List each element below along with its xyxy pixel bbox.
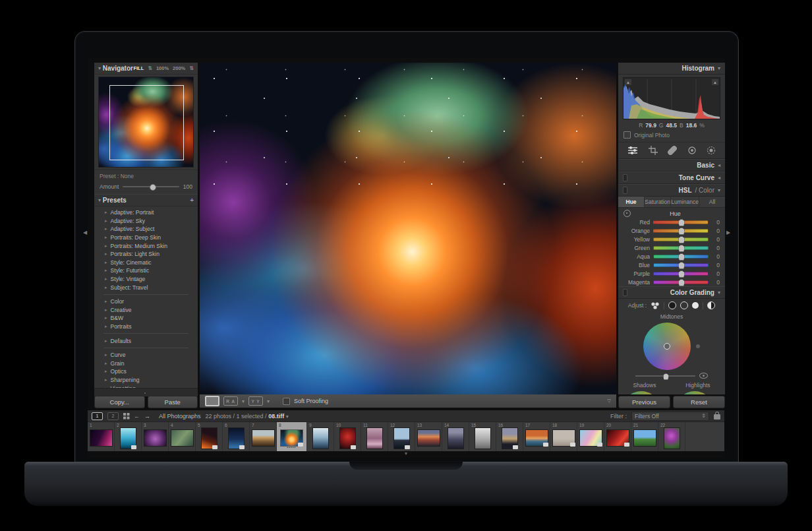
zoom-200-button[interactable]: 200% [173,65,185,71]
hsl-slider-knob[interactable] [678,245,685,252]
filmstrip-thumbnail[interactable]: 2 [115,422,142,451]
preset-item[interactable]: ▸B&W [94,314,198,323]
thumbnail-image[interactable] [664,428,680,449]
thumbnail-image[interactable] [394,428,409,449]
filmstrip-thumbnail[interactable]: 8 ••••• [277,422,307,451]
shadows-wheel-icon[interactable] [668,301,676,309]
histogram-header[interactable]: Histogram ▾ [618,63,725,75]
tab-all[interactable]: All [699,197,725,207]
hsl-slider-knob[interactable] [678,236,685,243]
toolbar-options-icon[interactable]: ▽ [608,398,611,404]
thumbnail-image[interactable] [580,430,602,446]
thumbnail-image[interactable] [634,430,656,446]
filmstrip-thumbnail[interactable]: 16 [496,422,523,451]
target-adjustment-icon[interactable] [624,210,631,217]
paste-button[interactable]: Paste [148,396,198,408]
panel-toggle[interactable] [623,174,627,181]
reference-view-icon[interactable]: R A [223,396,238,406]
selection-status[interactable]: 22 photos / 1 selected / 08.tiff ▾ [206,413,289,420]
preset-item[interactable]: ▸Portraits: Light Skin [94,250,198,259]
navigator-preview[interactable] [98,77,194,168]
preset-item[interactable]: ▸Adaptive: Sky [94,217,198,226]
filmstrip-thumbnail[interactable]: 13 [415,422,442,451]
midtones-luminance-slider[interactable] [635,375,695,377]
highlights-color-wheel[interactable] [676,391,714,394]
hsl-color-header[interactable]: HSL / Color ▾ [618,184,725,197]
zoom-100-button[interactable]: 100% [156,65,169,71]
caret-down-icon[interactable]: ▾ [242,398,245,404]
thumbnail-image[interactable] [526,430,548,446]
thumbnail-image[interactable] [448,428,463,449]
filmstrip-thumbnail[interactable]: 15 [469,422,496,451]
updown-icon[interactable]: ⇅ [189,65,194,71]
panel-toggle[interactable] [623,187,627,194]
histogram-chart[interactable]: ▲ ▲ [623,77,720,119]
amount-slider-knob[interactable] [150,184,156,191]
thumbnail-image[interactable] [475,428,490,449]
preset-item[interactable]: ▸Optics [94,367,198,376]
preset-item[interactable]: ▸Curve [94,351,198,359]
main-window-button[interactable]: 1 [92,412,103,420]
filmstrip-thumbnail[interactable]: 18 [550,422,577,451]
wheel-swatch[interactable] [696,344,700,348]
thumbnail-image[interactable] [313,428,328,449]
preset-item[interactable]: ▸Defaults [94,336,198,345]
amount-slider[interactable] [123,186,179,187]
hsl-slider-track[interactable] [653,220,709,224]
red-eye-tool-icon[interactable] [687,146,697,155]
filmstrip-thumbnail[interactable]: 21 [631,422,658,451]
navigator-header[interactable]: ▾ Navigator FILL ⇅ 100% 200% ⇅ [94,63,198,75]
preset-item[interactable]: ▸Style: Vintage [94,275,198,284]
filmstrip-thumbnail[interactable]: 22 [658,422,685,451]
thumbnail-image[interactable] [607,430,629,446]
source-indicator[interactable]: All Photographs [159,413,201,420]
wheel-center-handle[interactable] [664,343,670,350]
thumbnail-image[interactable] [202,428,217,449]
filmstrip-collapse-icon[interactable]: ▼ [88,451,724,456]
three-way-wheel-icon[interactable] [651,301,660,309]
tab-saturation[interactable]: Saturation [645,197,671,207]
updown-icon[interactable]: ⇅ [148,65,152,71]
filmstrip-thumbnail[interactable]: 1 [88,422,115,451]
thumbnail-image[interactable] [418,430,440,446]
panel-toggle[interactable] [623,289,627,296]
tab-hue[interactable]: Hue [618,197,645,207]
filmstrip-thumbnail[interactable]: 9 [307,422,334,451]
presets-header[interactable]: ▾ Presets + [94,194,198,206]
preset-item[interactable]: ▸Grain [94,359,198,368]
forward-arrow-icon[interactable]: → [144,413,150,420]
hsl-slider-knob[interactable] [678,270,685,278]
global-wheel-icon[interactable] [707,301,715,309]
zoom-fit-button[interactable]: FILL [133,65,144,71]
edit-tool-icon[interactable] [627,146,638,155]
hsl-slider-track[interactable] [653,263,709,267]
left-panel-collapse-icon[interactable]: ◀ [83,230,87,235]
filter-dropdown[interactable]: Filters Off ⇕ [631,412,709,421]
midtones-wheel-icon[interactable] [680,301,688,309]
filmstrip-thumbnail[interactable]: 3 [142,422,169,451]
midtones-color-wheel[interactable] [643,323,691,370]
highlights-wheel-icon[interactable] [692,302,699,309]
before-after-view-icon[interactable]: Y Y [248,396,263,406]
thumbnail-image[interactable] [252,430,274,446]
color-grading-header[interactable]: Color Grading ▾ [618,286,725,299]
healing-tool-icon[interactable] [668,146,677,155]
thumbnail-image[interactable] [340,428,355,449]
thumbnail-image[interactable] [502,428,517,449]
thumbnail-image[interactable] [553,430,575,446]
thumbnail-image[interactable] [171,430,193,446]
crop-tool-icon[interactable] [649,146,658,155]
thumbnail-image[interactable] [367,428,382,449]
hsl-slider-knob[interactable] [678,279,685,286]
hsl-slider-track[interactable] [653,280,709,284]
hsl-slider-track[interactable] [653,272,709,276]
thumbnail-image[interactable] [281,430,303,446]
filmstrip-thumbnail[interactable]: 20 [604,422,631,451]
hsl-slider-knob[interactable] [678,228,685,235]
eye-icon[interactable] [699,373,708,379]
add-preset-button[interactable]: + [190,197,194,204]
preset-item[interactable]: ▸Color [94,297,198,306]
copy-button[interactable]: Copy... [94,396,145,408]
preset-item[interactable]: ▸Adaptive: Subject [94,225,198,234]
filter-lock-icon[interactable] [714,414,720,420]
